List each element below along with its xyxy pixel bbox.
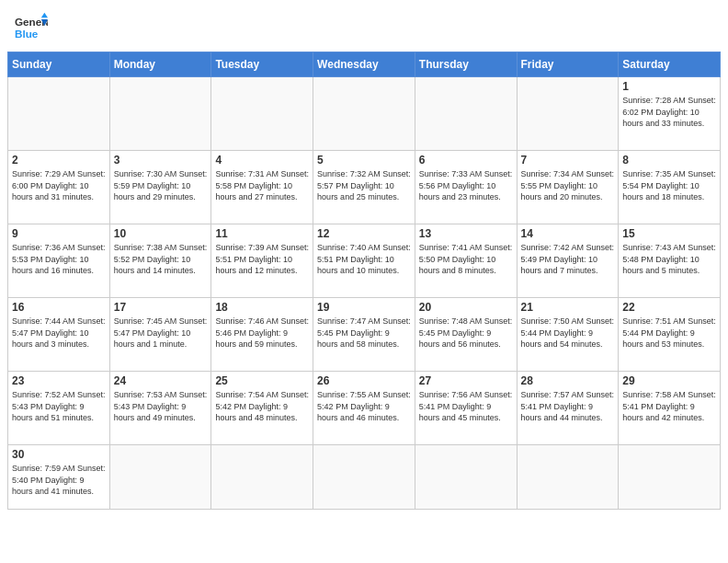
day-info: Sunrise: 7:36 AM Sunset: 5:53 PM Dayligh…	[12, 242, 106, 277]
calendar-cell	[211, 445, 313, 510]
calendar-cell: 4Sunrise: 7:31 AM Sunset: 5:58 PM Daylig…	[211, 151, 313, 224]
day-number: 30	[12, 448, 106, 461]
generalblue-logo-icon: General Blue	[15, 11, 48, 44]
day-info: Sunrise: 7:59 AM Sunset: 5:40 PM Dayligh…	[12, 463, 106, 498]
calendar-cell	[211, 77, 313, 151]
day-number: 19	[317, 301, 411, 314]
calendar-cell	[8, 77, 110, 151]
calendar-cell	[619, 445, 721, 510]
calendar-cell	[313, 77, 415, 151]
calendar-cell: 25Sunrise: 7:54 AM Sunset: 5:42 PM Dayli…	[211, 372, 313, 445]
calendar-cell: 22Sunrise: 7:51 AM Sunset: 5:44 PM Dayli…	[619, 298, 721, 372]
calendar-week-row: 30Sunrise: 7:59 AM Sunset: 5:40 PM Dayli…	[8, 445, 721, 510]
day-number: 18	[215, 301, 309, 314]
day-info: Sunrise: 7:40 AM Sunset: 5:51 PM Dayligh…	[317, 242, 411, 277]
calendar-cell	[109, 77, 211, 151]
day-info: Sunrise: 7:41 AM Sunset: 5:50 PM Dayligh…	[419, 242, 513, 277]
calendar-cell: 28Sunrise: 7:57 AM Sunset: 5:41 PM Dayli…	[517, 372, 619, 445]
day-number: 14	[521, 227, 615, 240]
day-info: Sunrise: 7:47 AM Sunset: 5:45 PM Dayligh…	[317, 316, 411, 350]
day-number: 7	[521, 154, 615, 167]
day-number: 27	[419, 374, 513, 387]
day-number: 4	[215, 154, 309, 167]
day-info: Sunrise: 7:48 AM Sunset: 5:45 PM Dayligh…	[419, 316, 513, 350]
day-info: Sunrise: 7:28 AM Sunset: 6:02 PM Dayligh…	[622, 95, 716, 130]
calendar-cell: 6Sunrise: 7:33 AM Sunset: 5:56 PM Daylig…	[415, 151, 517, 224]
calendar-cell: 8Sunrise: 7:35 AM Sunset: 5:54 PM Daylig…	[619, 151, 721, 224]
calendar-cell: 17Sunrise: 7:45 AM Sunset: 5:47 PM Dayli…	[109, 298, 211, 372]
day-info: Sunrise: 7:43 AM Sunset: 5:48 PM Dayligh…	[622, 242, 716, 277]
day-info: Sunrise: 7:55 AM Sunset: 5:42 PM Dayligh…	[317, 389, 411, 424]
calendar-week-row: 16Sunrise: 7:44 AM Sunset: 5:47 PM Dayli…	[8, 298, 721, 372]
calendar-cell	[415, 77, 517, 151]
day-number: 26	[317, 374, 411, 387]
calendar-cell	[517, 445, 619, 510]
day-number: 17	[114, 301, 208, 314]
day-number: 21	[521, 301, 615, 314]
calendar-cell: 13Sunrise: 7:41 AM Sunset: 5:50 PM Dayli…	[415, 224, 517, 298]
day-info: Sunrise: 7:58 AM Sunset: 5:41 PM Dayligh…	[622, 389, 716, 424]
weekday-header-thursday: Thursday	[415, 52, 517, 77]
calendar-cell: 27Sunrise: 7:56 AM Sunset: 5:41 PM Dayli…	[415, 372, 517, 445]
weekday-header-saturday: Saturday	[619, 52, 721, 77]
calendar-cell: 30Sunrise: 7:59 AM Sunset: 5:40 PM Dayli…	[8, 445, 110, 510]
weekday-header-monday: Monday	[109, 52, 211, 77]
calendar-cell: 15Sunrise: 7:43 AM Sunset: 5:48 PM Dayli…	[619, 224, 721, 298]
day-number: 23	[12, 374, 106, 387]
calendar-week-row: 2Sunrise: 7:29 AM Sunset: 6:00 PM Daylig…	[8, 151, 721, 224]
calendar-cell: 18Sunrise: 7:46 AM Sunset: 5:46 PM Dayli…	[211, 298, 313, 372]
day-number: 16	[12, 301, 106, 314]
day-info: Sunrise: 7:31 AM Sunset: 5:58 PM Dayligh…	[215, 168, 309, 203]
day-info: Sunrise: 7:38 AM Sunset: 5:52 PM Dayligh…	[114, 242, 208, 277]
day-number: 25	[215, 374, 309, 387]
day-number: 22	[622, 301, 716, 314]
calendar-cell: 1Sunrise: 7:28 AM Sunset: 6:02 PM Daylig…	[619, 77, 721, 151]
day-info: Sunrise: 7:30 AM Sunset: 5:59 PM Dayligh…	[114, 168, 208, 203]
day-number: 29	[622, 374, 716, 387]
day-info: Sunrise: 7:52 AM Sunset: 5:43 PM Dayligh…	[12, 389, 106, 424]
calendar-cell: 14Sunrise: 7:42 AM Sunset: 5:49 PM Dayli…	[517, 224, 619, 298]
calendar-cell: 9Sunrise: 7:36 AM Sunset: 5:53 PM Daylig…	[8, 224, 110, 298]
calendar-cell: 11Sunrise: 7:39 AM Sunset: 5:51 PM Dayli…	[211, 224, 313, 298]
day-info: Sunrise: 7:45 AM Sunset: 5:47 PM Dayligh…	[114, 316, 208, 350]
day-info: Sunrise: 7:33 AM Sunset: 5:56 PM Dayligh…	[419, 168, 513, 203]
calendar-cell: 24Sunrise: 7:53 AM Sunset: 5:43 PM Dayli…	[109, 372, 211, 445]
calendar-cell: 5Sunrise: 7:32 AM Sunset: 5:57 PM Daylig…	[313, 151, 415, 224]
calendar-cell: 2Sunrise: 7:29 AM Sunset: 6:00 PM Daylig…	[8, 151, 110, 224]
calendar-cell: 19Sunrise: 7:47 AM Sunset: 5:45 PM Dayli…	[313, 298, 415, 372]
day-number: 10	[114, 227, 208, 240]
calendar-week-row: 1Sunrise: 7:28 AM Sunset: 6:02 PM Daylig…	[8, 77, 721, 151]
day-info: Sunrise: 7:32 AM Sunset: 5:57 PM Dayligh…	[317, 168, 411, 203]
day-number: 8	[622, 154, 716, 167]
day-info: Sunrise: 7:46 AM Sunset: 5:46 PM Dayligh…	[215, 316, 309, 350]
day-info: Sunrise: 7:53 AM Sunset: 5:43 PM Dayligh…	[114, 389, 208, 424]
day-info: Sunrise: 7:42 AM Sunset: 5:49 PM Dayligh…	[521, 242, 615, 277]
page: General Blue SundayMondayTuesdayWednesda…	[0, 0, 728, 563]
day-info: Sunrise: 7:57 AM Sunset: 5:41 PM Dayligh…	[521, 389, 615, 424]
calendar-cell: 29Sunrise: 7:58 AM Sunset: 5:41 PM Dayli…	[619, 372, 721, 445]
day-info: Sunrise: 7:39 AM Sunset: 5:51 PM Dayligh…	[215, 242, 309, 277]
day-info: Sunrise: 7:56 AM Sunset: 5:41 PM Dayligh…	[419, 389, 513, 424]
calendar-cell	[415, 445, 517, 510]
calendar-cell: 23Sunrise: 7:52 AM Sunset: 5:43 PM Dayli…	[8, 372, 110, 445]
weekday-header-tuesday: Tuesday	[211, 52, 313, 77]
day-info: Sunrise: 7:51 AM Sunset: 5:44 PM Dayligh…	[622, 316, 716, 350]
calendar-cell: 21Sunrise: 7:50 AM Sunset: 5:44 PM Dayli…	[517, 298, 619, 372]
calendar-cell: 26Sunrise: 7:55 AM Sunset: 5:42 PM Dayli…	[313, 372, 415, 445]
weekday-header-sunday: Sunday	[8, 52, 110, 77]
svg-text:Blue: Blue	[15, 28, 39, 40]
day-info: Sunrise: 7:29 AM Sunset: 6:00 PM Dayligh…	[12, 168, 106, 203]
day-number: 5	[317, 154, 411, 167]
day-info: Sunrise: 7:50 AM Sunset: 5:44 PM Dayligh…	[521, 316, 615, 350]
day-info: Sunrise: 7:35 AM Sunset: 5:54 PM Dayligh…	[622, 168, 716, 203]
calendar-cell: 12Sunrise: 7:40 AM Sunset: 5:51 PM Dayli…	[313, 224, 415, 298]
calendar-cell	[109, 445, 211, 510]
day-info: Sunrise: 7:44 AM Sunset: 5:47 PM Dayligh…	[12, 316, 106, 350]
day-number: 15	[622, 227, 716, 240]
day-number: 6	[419, 154, 513, 167]
calendar-cell: 10Sunrise: 7:38 AM Sunset: 5:52 PM Dayli…	[109, 224, 211, 298]
day-number: 12	[317, 227, 411, 240]
day-number: 2	[12, 154, 106, 167]
calendar-week-row: 9Sunrise: 7:36 AM Sunset: 5:53 PM Daylig…	[8, 224, 721, 298]
day-number: 28	[521, 374, 615, 387]
